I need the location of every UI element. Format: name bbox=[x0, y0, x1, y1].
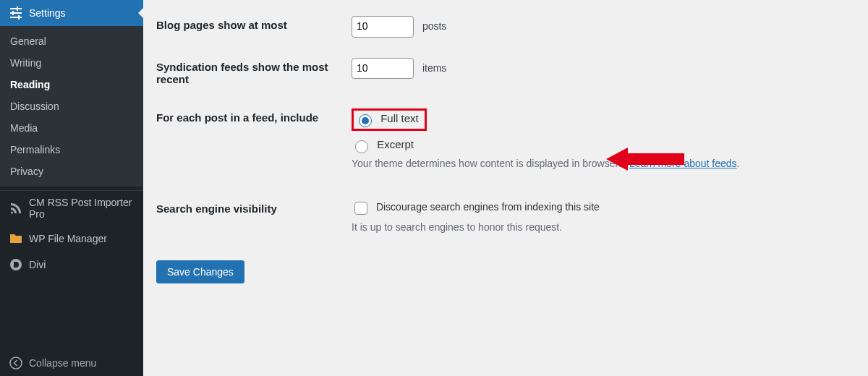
sidebar-item-permalinks[interactable]: Permalinks bbox=[0, 139, 143, 161]
svg-rect-4 bbox=[12, 11, 14, 15]
svg-point-7 bbox=[10, 357, 22, 369]
sidebar-item-writing[interactable]: Writing bbox=[0, 52, 143, 74]
feed-desc-suffix: . bbox=[737, 158, 740, 169]
admin-sidebar: Settings General Writing Reading Discuss… bbox=[0, 0, 143, 376]
syndication-suffix: items bbox=[422, 62, 446, 74]
feed-desc-prefix: Your theme determines how content is dis… bbox=[352, 158, 629, 169]
sev-checkbox-label[interactable]: Discourage search engines from indexing … bbox=[352, 201, 600, 213]
collapse-icon bbox=[9, 356, 23, 370]
sev-label: Search engine visibility bbox=[156, 189, 352, 253]
sidebar-item-cm-rss[interactable]: CM RSS Post Importer Pro bbox=[0, 191, 143, 226]
sidebar-item-label: WP File Manager bbox=[29, 233, 107, 244]
svg-rect-5 bbox=[18, 15, 20, 20]
save-button[interactable]: Save Changes bbox=[156, 260, 244, 283]
radio-full-text-label[interactable]: Full text bbox=[355, 112, 419, 127]
rss-icon bbox=[9, 201, 23, 215]
svg-rect-1 bbox=[10, 12, 22, 14]
sidebar-item-label: Divi bbox=[29, 259, 46, 270]
settings-form: Blog pages show at most posts Syndicatio… bbox=[143, 0, 868, 376]
radio-full-text-text: Full text bbox=[380, 112, 419, 124]
feed-include-description: Your theme determines how content is dis… bbox=[352, 158, 854, 169]
radio-excerpt[interactable] bbox=[355, 140, 368, 153]
radio-full-text[interactable] bbox=[359, 114, 372, 127]
collapse-menu[interactable]: Collapse menu bbox=[0, 350, 143, 376]
sliders-icon bbox=[9, 6, 23, 20]
sev-checkbox[interactable] bbox=[354, 202, 367, 215]
sidebar-item-discussion[interactable]: Discussion bbox=[0, 95, 143, 117]
folder-icon bbox=[9, 231, 23, 246]
blog-pages-suffix: posts bbox=[422, 20, 446, 32]
sidebar-item-label: Settings bbox=[29, 7, 66, 19]
sidebar-item-wp-file-manager[interactable]: WP File Manager bbox=[0, 226, 143, 252]
radio-excerpt-text: Excerpt bbox=[377, 138, 414, 150]
sidebar-item-settings[interactable]: Settings bbox=[0, 0, 143, 26]
sidebar-item-general[interactable]: General bbox=[0, 30, 143, 52]
sidebar-item-media[interactable]: Media bbox=[0, 117, 143, 139]
blog-pages-input[interactable] bbox=[352, 16, 414, 38]
svg-rect-3 bbox=[17, 7, 18, 11]
sidebar-item-label: CM RSS Post Importer Pro bbox=[29, 197, 137, 220]
syndication-input[interactable] bbox=[352, 58, 414, 80]
sidebar-item-reading[interactable]: Reading bbox=[0, 74, 143, 95]
sev-description: It is up to search engines to honor this… bbox=[352, 221, 854, 233]
syndication-label: Syndication feeds show the most recent bbox=[156, 48, 352, 98]
settings-submenu: General Writing Reading Discussion Media… bbox=[0, 26, 143, 187]
feed-include-label: For each post in a feed, include bbox=[156, 98, 352, 189]
blog-pages-label: Blog pages show at most bbox=[156, 6, 352, 48]
sev-checkbox-text: Discourage search engines from indexing … bbox=[376, 201, 600, 213]
sidebar-item-divi[interactable]: Divi bbox=[0, 252, 143, 278]
sidebar-item-privacy[interactable]: Privacy bbox=[0, 161, 143, 182]
radio-excerpt-label[interactable]: Excerpt bbox=[352, 138, 854, 153]
svg-rect-2 bbox=[10, 17, 22, 18]
divi-icon bbox=[9, 257, 23, 272]
svg-rect-0 bbox=[10, 8, 22, 9]
learn-more-link[interactable]: Learn more about feeds bbox=[629, 158, 737, 169]
full-text-highlight: Full text bbox=[352, 108, 427, 131]
collapse-label: Collapse menu bbox=[29, 357, 96, 369]
